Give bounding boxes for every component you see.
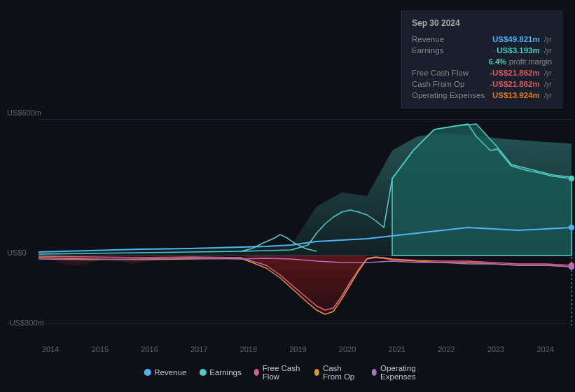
profit-margin-row: 6.4% profit margin: [412, 56, 552, 67]
operating-expenses-row: Operating Expenses US$13.924m /yr: [412, 90, 552, 101]
chart-container: Sep 30 2024 Revenue US$49.821m /yr Earni…: [0, 0, 575, 392]
legend-dot-fcf: [254, 369, 259, 376]
x-label-2017: 2017: [190, 345, 207, 354]
legend-earnings[interactable]: Earnings: [199, 368, 241, 377]
x-label-2023: 2023: [487, 345, 504, 354]
legend-cash-from-op[interactable]: Cash From Op: [314, 364, 359, 381]
revenue-row: Revenue US$49.821m /yr: [412, 34, 552, 45]
legend-label-cash-from-op: Cash From Op: [323, 364, 359, 381]
legend-dot-cash-from-op: [314, 369, 319, 376]
operating-expenses-label: Operating Expenses: [412, 91, 485, 99]
earnings-label: Earnings: [412, 46, 443, 55]
legend-label-fcf: Free Cash Flow: [263, 364, 302, 381]
legend-operating-expenses[interactable]: Operating Expenses: [372, 364, 431, 381]
tooltip-date: Sep 30 2024: [412, 18, 552, 28]
revenue-value: US$49.821m: [492, 35, 540, 43]
cash-from-op-value: -US$21.862m: [490, 80, 540, 88]
legend: Revenue Earnings Free Cash Flow Cash Fro…: [144, 364, 431, 381]
legend-label-opex: Operating Expenses: [380, 364, 431, 381]
revenue-unit: /yr: [544, 36, 552, 43]
x-label-2018: 2018: [240, 345, 257, 354]
earnings-row: Earnings US$3.193m /yr: [412, 45, 552, 56]
legend-free-cash-flow[interactable]: Free Cash Flow: [254, 364, 302, 381]
profit-margin-value: 6.4%: [489, 57, 506, 66]
x-labels: 2014 2015 2016 2017 2018 2019 2020 2021 …: [0, 345, 575, 354]
x-label-2015: 2015: [92, 345, 109, 354]
svg-point-11: [569, 264, 574, 270]
cash-from-op-row: Cash From Op -US$21.862m /yr: [412, 78, 552, 90]
svg-point-7: [569, 225, 574, 230]
free-cash-flow-row: Free Cash Flow -US$21.862m /yr: [412, 67, 552, 78]
legend-dot-earnings: [199, 369, 206, 376]
free-cash-flow-label: Free Cash Flow: [412, 69, 469, 77]
svg-point-8: [569, 176, 574, 181]
legend-revenue[interactable]: Revenue: [144, 368, 186, 377]
revenue-label: Revenue: [412, 35, 444, 43]
operating-expenses-unit: /yr: [544, 92, 552, 99]
x-label-2022: 2022: [438, 345, 455, 354]
chart-svg: [0, 108, 575, 329]
earnings-unit: /yr: [544, 47, 552, 55]
legend-label-earnings: Earnings: [209, 368, 241, 377]
x-label-2024: 2024: [536, 345, 553, 354]
legend-dot-opex: [372, 369, 377, 376]
free-cash-flow-unit: /yr: [544, 69, 552, 77]
cash-from-op-label: Cash From Op: [412, 80, 464, 88]
x-label-2021: 2021: [388, 345, 405, 354]
profit-margin-text: profit margin: [509, 57, 552, 66]
free-cash-flow-value: -US$21.862m: [490, 69, 540, 77]
x-label-2014: 2014: [42, 345, 59, 354]
legend-label-revenue: Revenue: [154, 368, 186, 377]
operating-expenses-value: US$13.924m: [492, 91, 540, 99]
x-label-2019: 2019: [289, 345, 306, 354]
x-label-2016: 2016: [141, 345, 158, 354]
cash-from-op-unit: /yr: [544, 80, 552, 88]
earnings-value: US$3.193m: [497, 46, 539, 55]
legend-dot-revenue: [144, 369, 151, 376]
tooltip-card: Sep 30 2024 Revenue US$49.821m /yr Earni…: [401, 10, 562, 108]
x-label-2020: 2020: [339, 345, 356, 354]
